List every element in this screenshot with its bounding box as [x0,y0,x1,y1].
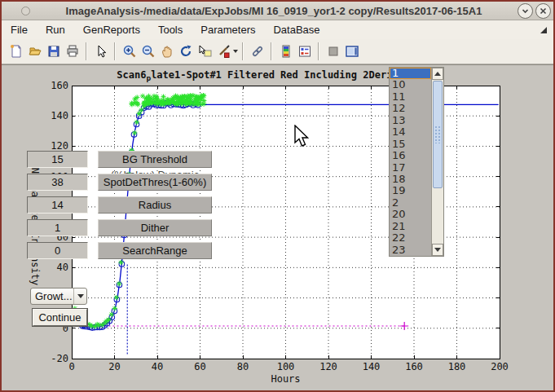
toolbar-separator [318,42,319,60]
menu-database[interactable]: DataBase [264,20,328,39]
save-button[interactable] [44,42,63,61]
listbox-item[interactable]: 17 [390,162,431,174]
insert-legend-button[interactable] [295,42,314,61]
pan-tool-button[interactable] [157,42,176,61]
menu-tools[interactable]: Tools [149,20,192,39]
svg-text:0: 0 [68,361,74,372]
toolbar-separator [242,42,244,60]
hide-plot-tools-icon [326,44,341,59]
minimize-button[interactable] [518,3,533,19]
menu-run[interactable]: Run [37,20,74,39]
bg-threshold-button[interactable]: BG Threshold [98,151,212,168]
svg-text:160: 160 [405,361,423,372]
titlebar[interactable]: ImageAnalysis-/media/data/ExpJobs/MI 16_… [2,2,553,20]
chevron-down-icon [522,7,529,15]
listbox-item[interactable]: 1 [390,68,431,79]
toolbar-separator [86,42,87,60]
listbox-item[interactable]: 14 [390,126,431,138]
listbox-item[interactable]: 11 [390,91,431,103]
pan-hand-icon [160,44,174,59]
rotate-3d-button[interactable] [176,42,195,61]
scrollbar-grip [434,126,441,143]
menu-genreports[interactable]: GenReports [74,20,149,39]
new-document-icon [9,44,24,59]
pointer-tool-button[interactable] [91,42,110,61]
scrollbar-up-button[interactable] [432,68,443,80]
scrollbar-down-button[interactable] [432,244,443,256]
radius-field[interactable] [27,196,88,214]
spotdetthres-field[interactable] [27,174,88,191]
hide-plot-tools-button[interactable] [324,42,342,61]
brush-dropdown-caret-icon[interactable] [233,50,238,53]
close-button[interactable] [535,3,551,19]
listbox-scrollbar[interactable] [431,68,443,256]
scrollbar-thumb[interactable] [433,81,443,188]
listbox-item[interactable]: 20 [390,209,431,220]
svg-text:140: 140 [51,110,68,121]
listbox-items: 110111213141516171819220212223 [390,68,431,256]
svg-text:200: 200 [491,361,509,372]
zoom-in-button[interactable] [120,42,139,61]
spotdetthres-button[interactable]: SpotDetThres(1-60%) [98,174,212,191]
brush-icon [216,44,231,59]
open-folder-icon [28,44,42,59]
listbox-item[interactable]: 15 [390,139,431,150]
window-title: ImageAnalysis-/media/data/ExpJobs/MI 16_… [30,5,518,17]
listbox-item[interactable]: 19 [390,185,431,196]
show-plot-tools-icon [345,44,359,59]
dither-field[interactable] [27,219,88,236]
legend-icon [297,44,312,59]
menu-overflow-icon[interactable] [540,27,547,33]
radius-button[interactable]: Radius [98,196,212,214]
new-document-button[interactable] [7,42,25,61]
rotate-3d-icon [178,44,193,59]
data-cursor-icon [197,44,212,59]
zoom-in-icon [122,44,137,59]
print-button[interactable] [63,42,81,61]
listbox-item[interactable]: 22 [390,232,431,244]
open-file-button[interactable] [25,42,44,61]
bg-threshold-field[interactable] [27,151,88,168]
listbox-item[interactable]: 21 [390,221,431,232]
triangle-up-icon [434,72,441,76]
colorbar-icon [279,44,293,59]
svg-text:Scan6plate1-Spot#1 Filtered Re: Scan6plate1-Spot#1 Filtered Red Includin… [117,69,427,82]
svg-text:40: 40 [57,262,68,273]
print-icon [65,44,80,59]
svg-text:160: 160 [51,80,68,91]
listbox-item[interactable]: 2 [390,197,431,209]
menu-parameters[interactable]: Parameters [192,20,264,39]
link-plots-button[interactable] [248,42,266,61]
listbox-item[interactable]: 18 [390,174,431,185]
dither-button[interactable]: Dither [98,219,212,236]
listbox-item[interactable]: 13 [390,115,431,126]
listbox-item[interactable]: 23 [390,244,431,256]
toolbar-separator [114,42,116,60]
show-plot-tools-button[interactable] [342,42,361,61]
svg-text:120: 120 [319,361,337,372]
insert-colorbar-button[interactable] [276,42,295,61]
close-icon [540,7,547,15]
svg-text:20: 20 [108,361,120,372]
save-icon [46,44,61,59]
growth-dropdown[interactable]: Growt... [30,288,87,305]
listbox-item[interactable]: 16 [390,150,431,161]
link-icon [250,44,265,59]
listbox-item[interactable]: 10 [390,79,431,90]
triangle-down-icon [434,248,441,252]
searchrange-field[interactable] [27,242,88,259]
app-window: ImageAnalysis-/media/data/ExpJobs/MI 16_… [0,0,555,392]
svg-text:100: 100 [277,361,295,372]
dropdown-arrow-box [73,288,86,304]
zoom-out-button[interactable] [139,42,157,61]
chevron-down-icon [77,294,84,298]
brush-tool-button[interactable] [214,42,232,61]
listbox-item[interactable]: 12 [390,103,431,114]
svg-text:180: 180 [448,361,466,372]
continue-button[interactable]: Continue [33,309,87,326]
searchrange-button[interactable]: SearchRange [98,242,212,259]
spot-number-listbox: 110111213141516171819220212223 [389,67,444,257]
toolbar-separator [271,42,272,60]
menu-file[interactable]: File [2,20,37,39]
data-cursor-button[interactable] [195,42,214,61]
